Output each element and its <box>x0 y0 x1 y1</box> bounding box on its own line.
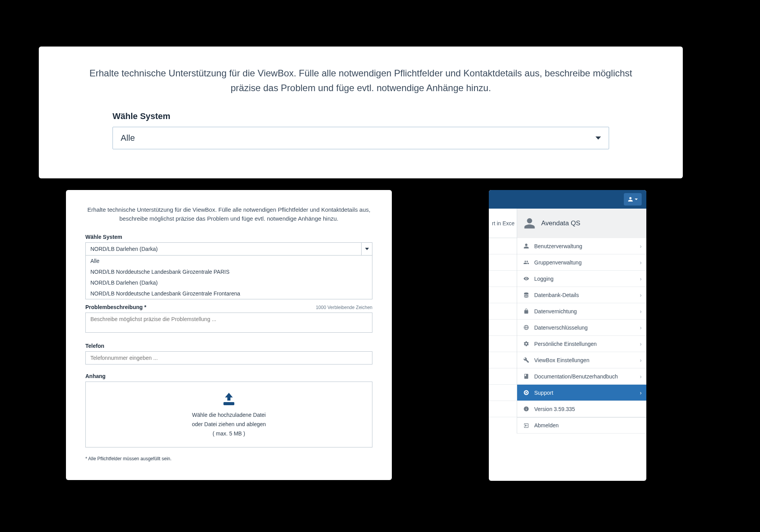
menu-item-label: Datenvernichtung <box>534 308 577 314</box>
menu-item-label: Version 3.59.335 <box>534 406 575 412</box>
chevron-right-icon: › <box>640 373 642 380</box>
description-label: Problembeschreibung * <box>85 304 146 310</box>
chevron-right-icon: › <box>640 292 642 298</box>
menu-item-support[interactable]: Support› <box>517 385 646 401</box>
user-name: Avendata QS <box>541 219 580 227</box>
menu-item-logging[interactable]: Logging› <box>517 271 646 287</box>
menu-item-datenvernichtung[interactable]: Datenvernichtung› <box>517 303 646 320</box>
system-label: Wähle System <box>85 234 372 240</box>
user-icon <box>523 243 530 249</box>
menu-item-label: Datenverschlüsselung <box>534 325 588 331</box>
user-icon <box>628 197 633 202</box>
menu-item-datenverschl-sselung[interactable]: Datenverschlüsselung› <box>517 320 646 336</box>
system-option[interactable]: Alle <box>86 256 372 266</box>
support-intro-panel: Erhalte technische Unterstützung für die… <box>39 47 683 178</box>
upload-hint-1: Wähle die hochzuladene Datei <box>192 412 266 418</box>
chevron-right-icon: › <box>640 276 642 282</box>
system-options-list: Alle NORD/LB Norddeutsche Landesbank Gir… <box>85 256 372 299</box>
phone-input[interactable] <box>85 351 372 364</box>
chevron-down-icon <box>365 248 369 250</box>
menu-item-documentation-benutzerhandbuch[interactable]: Documentation/Benutzerhandbuch› <box>517 368 646 385</box>
menu-item-label: Persönliche Einstellungen <box>534 341 597 347</box>
menu-item-benutzerverwaltung[interactable]: Benutzerverwaltung› <box>517 238 646 254</box>
db-icon <box>523 292 530 298</box>
system-select-small[interactable]: NORD/LB Darlehen (Darka) <box>85 242 372 256</box>
menu-item-label: Gruppenverwaltung <box>534 259 582 266</box>
menu-item-gruppenverwaltung[interactable]: Gruppenverwaltung› <box>517 254 646 271</box>
system-option[interactable]: NORD/LB Norddeutsche Landesbank Girozent… <box>86 288 372 299</box>
menu-item-label: Abmelden <box>534 422 559 428</box>
menu-item-viewbox-einstellungen[interactable]: ViewBox Einstellungen› <box>517 352 646 368</box>
menu-list: Benutzerverwaltung›Gruppenverwaltung›Log… <box>517 238 646 434</box>
eye-icon <box>523 276 530 282</box>
menu-item-label: Datenbank-Details <box>534 292 579 298</box>
logout-icon <box>523 423 530 428</box>
info-icon <box>523 406 530 412</box>
chevron-right-icon: › <box>640 357 642 363</box>
menu-item-label: Benutzerverwaltung <box>534 243 582 249</box>
upload-hint-2: oder Datei ziehen und ablegen <box>192 421 266 427</box>
support-form-card: Erhalte technische Unterstützung für die… <box>66 190 392 480</box>
chevron-right-icon: › <box>640 243 642 249</box>
user-menu-card: rt in Exce Avendata QS Benutzerverwaltun… <box>489 190 646 481</box>
lock-icon <box>523 308 530 314</box>
chevron-right-icon: › <box>640 308 642 314</box>
user-menu-toggle[interactable] <box>624 193 642 206</box>
menu-item-version-3-59-335[interactable]: Version 3.59.335 <box>517 401 646 417</box>
life-icon <box>523 390 530 396</box>
svg-rect-0 <box>223 402 234 405</box>
group-icon <box>523 259 530 265</box>
upload-icon <box>221 393 237 407</box>
gear-icon <box>523 341 530 347</box>
menu-user-header: Avendata QS <box>517 209 646 238</box>
chevron-down-icon <box>635 199 638 200</box>
system-label: Wähle System <box>113 111 648 121</box>
required-footnote: * Alle Pflichtfelder müssen ausgefüllt s… <box>85 456 372 461</box>
system-select[interactable]: Alle <box>113 127 609 149</box>
menu-item-label: ViewBox Einstellungen <box>534 357 589 363</box>
background-fragment: rt in Exce <box>489 209 517 238</box>
system-option[interactable]: NORD/LB Darlehen (Darka) <box>86 277 372 288</box>
menu-item-label: Documentation/Benutzerhandbuch <box>534 373 618 380</box>
intro-text: Erhalte technische Unterstützung für die… <box>74 66 648 96</box>
system-select-value: NORD/LB Darlehen (Darka) <box>90 246 158 252</box>
background-lines <box>489 238 517 417</box>
dropdown-toggle[interactable] <box>361 243 372 255</box>
menu-item-pers-nliche-einstellungen[interactable]: Persönliche Einstellungen› <box>517 336 646 352</box>
intro-text-small: Erhalte technische Unterstützung für die… <box>85 206 372 223</box>
attachment-label: Anhang <box>85 373 372 379</box>
menu-item-abmelden[interactable]: Abmelden <box>517 417 646 434</box>
char-count: 1000 Verbleibende Zeichen <box>316 305 372 310</box>
wrench-icon <box>523 357 530 363</box>
system-option[interactable]: NORD/LB Norddeutsche Landesbank Girozent… <box>86 266 372 277</box>
user-icon <box>523 217 536 230</box>
upload-hint-3: ( max. 5 MB ) <box>213 430 245 437</box>
globe-icon <box>523 325 530 330</box>
system-select-value: Alle <box>121 133 135 143</box>
chevron-down-icon <box>596 136 601 140</box>
file-upload-dropzone[interactable]: Wähle die hochzuladene Datei oder Datei … <box>85 382 372 447</box>
book-icon <box>523 373 530 379</box>
chevron-right-icon: › <box>640 259 642 266</box>
header-bar <box>489 190 646 209</box>
description-textarea[interactable] <box>85 313 372 333</box>
chevron-right-icon: › <box>640 341 642 347</box>
menu-item-datenbank-details[interactable]: Datenbank-Details› <box>517 287 646 303</box>
menu-item-label: Logging <box>534 276 554 282</box>
chevron-right-icon: › <box>640 390 642 396</box>
menu-item-label: Support <box>534 390 553 396</box>
phone-label: Telefon <box>85 343 372 349</box>
chevron-right-icon: › <box>640 325 642 331</box>
